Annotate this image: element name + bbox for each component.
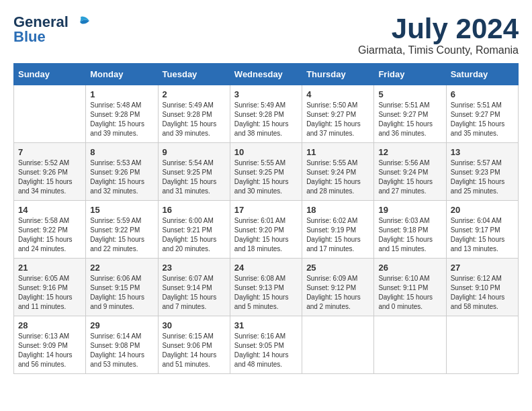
day-cell: 8Sunrise: 5:53 AM Sunset: 9:26 PM Daylig… bbox=[86, 143, 158, 201]
day-info: Sunrise: 6:16 AM Sunset: 9:05 PM Dayligh… bbox=[234, 332, 298, 369]
day-cell: 27Sunrise: 6:12 AM Sunset: 9:10 PM Dayli… bbox=[446, 259, 518, 316]
day-info: Sunrise: 5:55 AM Sunset: 9:24 PM Dayligh… bbox=[306, 158, 369, 196]
day-cell: 23Sunrise: 6:07 AM Sunset: 9:14 PM Dayli… bbox=[158, 259, 230, 316]
day-cell: 21Sunrise: 6:05 AM Sunset: 9:16 PM Dayli… bbox=[14, 259, 86, 316]
day-info: Sunrise: 6:06 AM Sunset: 9:15 PM Dayligh… bbox=[90, 274, 153, 312]
day-number: 3 bbox=[234, 89, 298, 99]
month-title: July 2024 bbox=[358, 13, 519, 44]
day-number: 30 bbox=[163, 320, 226, 330]
day-cell: 31Sunrise: 6:16 AM Sunset: 9:05 PM Dayli… bbox=[230, 316, 302, 374]
day-cell: 16Sunrise: 6:00 AM Sunset: 9:21 PM Dayli… bbox=[158, 201, 230, 259]
day-number: 5 bbox=[378, 89, 441, 99]
day-cell: 1Sunrise: 5:48 AM Sunset: 9:28 PM Daylig… bbox=[86, 85, 158, 143]
day-info: Sunrise: 5:55 AM Sunset: 9:25 PM Dayligh… bbox=[234, 158, 298, 196]
day-info: Sunrise: 5:56 AM Sunset: 9:24 PM Dayligh… bbox=[378, 158, 441, 196]
week-row-5: 28Sunrise: 6:13 AM Sunset: 9:09 PM Dayli… bbox=[14, 316, 519, 374]
day-number: 8 bbox=[90, 147, 153, 157]
logo-blue: Blue bbox=[13, 28, 46, 46]
day-cell: 24Sunrise: 6:08 AM Sunset: 9:13 PM Dayli… bbox=[230, 259, 302, 316]
logo: General Blue bbox=[13, 13, 91, 46]
day-number: 20 bbox=[451, 205, 514, 215]
day-info: Sunrise: 5:54 AM Sunset: 9:25 PM Dayligh… bbox=[163, 158, 226, 196]
day-number: 21 bbox=[18, 263, 81, 273]
day-cell: 14Sunrise: 5:58 AM Sunset: 9:22 PM Dayli… bbox=[14, 201, 86, 259]
week-row-1: 1Sunrise: 5:48 AM Sunset: 9:28 PM Daylig… bbox=[14, 85, 519, 143]
day-cell: 3Sunrise: 5:49 AM Sunset: 9:28 PM Daylig… bbox=[230, 85, 302, 143]
day-cell: 30Sunrise: 6:15 AM Sunset: 9:06 PM Dayli… bbox=[158, 316, 230, 374]
day-cell: 10Sunrise: 5:55 AM Sunset: 9:25 PM Dayli… bbox=[230, 143, 302, 201]
day-number: 13 bbox=[451, 147, 514, 157]
day-number: 25 bbox=[306, 263, 369, 273]
day-info: Sunrise: 5:57 AM Sunset: 9:23 PM Dayligh… bbox=[451, 158, 514, 196]
day-info: Sunrise: 6:13 AM Sunset: 9:09 PM Dayligh… bbox=[18, 332, 81, 369]
day-cell: 22Sunrise: 6:06 AM Sunset: 9:15 PM Dayli… bbox=[86, 259, 158, 316]
day-number: 23 bbox=[163, 263, 226, 273]
calendar-table: SundayMondayTuesdayWednesdayThursdayFrid… bbox=[13, 63, 519, 374]
day-number: 28 bbox=[18, 320, 81, 330]
day-number: 24 bbox=[234, 263, 298, 273]
day-number: 6 bbox=[451, 89, 514, 99]
day-number: 31 bbox=[234, 320, 298, 330]
day-cell: 28Sunrise: 6:13 AM Sunset: 9:09 PM Dayli… bbox=[14, 316, 86, 374]
week-row-2: 7Sunrise: 5:52 AM Sunset: 9:26 PM Daylig… bbox=[14, 143, 519, 201]
day-info: Sunrise: 6:10 AM Sunset: 9:11 PM Dayligh… bbox=[378, 274, 441, 312]
day-number: 11 bbox=[306, 147, 369, 157]
day-info: Sunrise: 5:48 AM Sunset: 9:28 PM Dayligh… bbox=[90, 101, 153, 138]
day-cell: 2Sunrise: 5:49 AM Sunset: 9:28 PM Daylig… bbox=[158, 85, 230, 143]
day-number: 15 bbox=[90, 205, 153, 215]
day-info: Sunrise: 5:59 AM Sunset: 9:22 PM Dayligh… bbox=[90, 216, 153, 254]
day-cell: 18Sunrise: 6:02 AM Sunset: 9:19 PM Dayli… bbox=[302, 201, 374, 259]
title-area: July 2024 Giarmata, Timis County, Romani… bbox=[358, 13, 519, 56]
day-number: 2 bbox=[163, 89, 226, 99]
location-subtitle: Giarmata, Timis County, Romania bbox=[358, 44, 519, 56]
day-number: 26 bbox=[378, 263, 441, 273]
day-info: Sunrise: 5:51 AM Sunset: 9:27 PM Dayligh… bbox=[451, 101, 514, 138]
day-info: Sunrise: 6:12 AM Sunset: 9:10 PM Dayligh… bbox=[451, 274, 514, 312]
day-header-sunday: Sunday bbox=[14, 64, 86, 85]
day-info: Sunrise: 6:04 AM Sunset: 9:17 PM Dayligh… bbox=[451, 216, 514, 254]
day-header-wednesday: Wednesday bbox=[230, 64, 302, 85]
day-cell: 7Sunrise: 5:52 AM Sunset: 9:26 PM Daylig… bbox=[14, 143, 86, 201]
day-header-friday: Friday bbox=[374, 64, 446, 85]
day-cell: 11Sunrise: 5:55 AM Sunset: 9:24 PM Dayli… bbox=[302, 143, 374, 201]
day-number: 17 bbox=[234, 205, 298, 215]
day-number: 27 bbox=[451, 263, 514, 273]
day-info: Sunrise: 6:01 AM Sunset: 9:20 PM Dayligh… bbox=[234, 216, 298, 254]
day-number: 22 bbox=[90, 263, 153, 273]
day-number: 1 bbox=[90, 89, 153, 99]
day-header-monday: Monday bbox=[86, 64, 158, 85]
day-cell: 13Sunrise: 5:57 AM Sunset: 9:23 PM Dayli… bbox=[446, 143, 518, 201]
day-info: Sunrise: 6:05 AM Sunset: 9:16 PM Dayligh… bbox=[18, 274, 81, 312]
day-info: Sunrise: 6:02 AM Sunset: 9:19 PM Dayligh… bbox=[306, 216, 369, 254]
day-number: 16 bbox=[163, 205, 226, 215]
day-info: Sunrise: 6:03 AM Sunset: 9:18 PM Dayligh… bbox=[378, 216, 441, 254]
day-number: 10 bbox=[234, 147, 298, 157]
header-row: SundayMondayTuesdayWednesdayThursdayFrid… bbox=[14, 64, 519, 85]
day-cell bbox=[374, 316, 446, 374]
day-cell: 12Sunrise: 5:56 AM Sunset: 9:24 PM Dayli… bbox=[374, 143, 446, 201]
day-number: 9 bbox=[163, 147, 226, 157]
day-cell: 15Sunrise: 5:59 AM Sunset: 9:22 PM Dayli… bbox=[86, 201, 158, 259]
day-header-tuesday: Tuesday bbox=[158, 64, 230, 85]
day-info: Sunrise: 5:50 AM Sunset: 9:27 PM Dayligh… bbox=[306, 101, 369, 138]
day-info: Sunrise: 6:08 AM Sunset: 9:13 PM Dayligh… bbox=[234, 274, 298, 312]
day-cell: 5Sunrise: 5:51 AM Sunset: 9:27 PM Daylig… bbox=[374, 85, 446, 143]
day-number: 12 bbox=[378, 147, 441, 157]
day-cell: 26Sunrise: 6:10 AM Sunset: 9:11 PM Dayli… bbox=[374, 259, 446, 316]
day-number: 19 bbox=[378, 205, 441, 215]
day-number: 18 bbox=[306, 205, 369, 215]
header: General Blue July 2024 Giarmata, Timis C… bbox=[13, 13, 519, 56]
day-cell: 9Sunrise: 5:54 AM Sunset: 9:25 PM Daylig… bbox=[158, 143, 230, 201]
day-cell bbox=[14, 85, 86, 143]
day-number: 4 bbox=[306, 89, 369, 99]
day-info: Sunrise: 6:15 AM Sunset: 9:06 PM Dayligh… bbox=[163, 332, 226, 369]
day-header-thursday: Thursday bbox=[302, 64, 374, 85]
day-number: 7 bbox=[18, 147, 81, 157]
day-cell bbox=[302, 316, 374, 374]
day-info: Sunrise: 5:51 AM Sunset: 9:27 PM Dayligh… bbox=[378, 101, 441, 138]
day-info: Sunrise: 5:49 AM Sunset: 9:28 PM Dayligh… bbox=[163, 101, 226, 138]
day-info: Sunrise: 5:53 AM Sunset: 9:26 PM Dayligh… bbox=[90, 158, 153, 196]
day-info: Sunrise: 6:07 AM Sunset: 9:14 PM Dayligh… bbox=[163, 274, 226, 312]
day-info: Sunrise: 6:09 AM Sunset: 9:12 PM Dayligh… bbox=[306, 274, 369, 312]
day-number: 29 bbox=[90, 320, 153, 330]
